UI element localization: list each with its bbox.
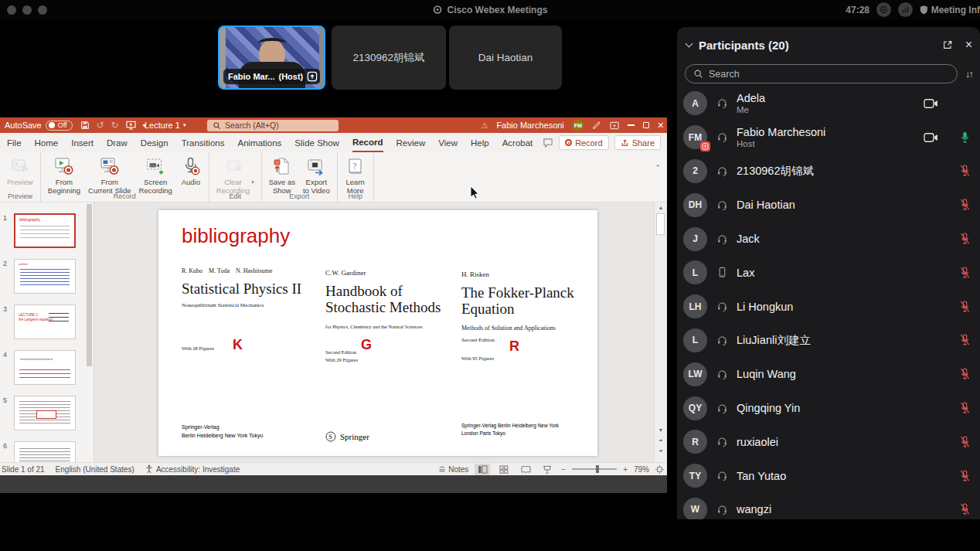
minimize-icon[interactable] (628, 124, 635, 126)
mic-muted-icon[interactable] (959, 402, 971, 414)
participants-search-box[interactable] (685, 64, 958, 83)
mic-muted-icon[interactable] (959, 470, 971, 482)
menu-tab[interactable]: Acrobat (502, 133, 533, 152)
ribbon-button[interactable]: Export to Video▾ (301, 155, 332, 197)
collapse-panel-icon[interactable] (686, 40, 693, 48)
redo-icon[interactable]: ↻ (111, 120, 119, 131)
zoom-level[interactable]: 79% (634, 465, 649, 474)
save-icon[interactable] (80, 121, 90, 130)
zoom-out-button[interactable]: − (561, 465, 566, 474)
participant-row[interactable]: LH Li Hongkun (677, 290, 980, 324)
participant-row[interactable]: A Adela Me (677, 87, 980, 121)
connection-quality-icon[interactable] (898, 2, 913, 17)
participant-row[interactable]: 2 2130962胡锦斌 (677, 155, 980, 189)
close-icon[interactable]: × (658, 120, 664, 131)
participant-row[interactable]: R ruxiaolei (677, 425, 980, 459)
comments-icon[interactable] (543, 138, 553, 148)
thumbnail-scrollbar[interactable] (87, 204, 92, 459)
video-tile[interactable]: Dai Haotian (449, 26, 562, 90)
sort-participants-icon[interactable]: ↓↑ (965, 68, 972, 80)
ribbon-button[interactable]: From Current Slide▾ (86, 155, 133, 197)
warning-icon[interactable]: ⚠ (481, 121, 488, 130)
scroll-up-icon[interactable]: ▲ (655, 202, 667, 212)
mic-muted-icon[interactable] (959, 436, 971, 448)
video-tile-active-speaker[interactable]: Fabio Mar... (Host) (218, 26, 325, 90)
menu-tab[interactable]: Design (141, 133, 168, 152)
popout-panel-icon[interactable] (942, 39, 953, 50)
participant-row[interactable]: QY Qingqing Yin (677, 391, 980, 425)
slide-title[interactable]: bibliography (182, 224, 290, 248)
ribbon-button[interactable]: ? Learn More▾ (342, 155, 369, 197)
video-tile[interactable]: 2130962胡锦斌 (332, 26, 446, 90)
slideshow-view-button[interactable] (539, 464, 555, 475)
menu-tab[interactable]: View (438, 133, 458, 152)
mic-muted-icon[interactable] (959, 233, 971, 245)
ribbon-button[interactable]: Screen Recording▾ (137, 155, 175, 197)
slide-thumbnail[interactable]: 4 (3, 350, 90, 385)
ribbon-button[interactable]: Clear Recording▾ (214, 155, 257, 197)
participant-row[interactable]: W wangzi (677, 493, 980, 519)
menu-tab[interactable]: Transitions (182, 133, 225, 152)
close-window-button[interactable] (7, 5, 16, 15)
account-avatar[interactable]: FM (573, 120, 584, 131)
document-title[interactable]: Lecture 1 ▾ (145, 121, 185, 130)
collapse-ribbon-icon[interactable]: ⌃ (655, 164, 661, 172)
scrollbar-thumb[interactable] (656, 213, 665, 235)
menu-tab[interactable]: Help (471, 133, 489, 152)
restore-icon[interactable] (643, 122, 649, 128)
menu-tab[interactable]: Record (352, 133, 383, 152)
mic-muted-icon[interactable] (959, 165, 971, 177)
autosave-toggle[interactable]: AutoSave Off (5, 121, 73, 131)
normal-view-button[interactable] (475, 464, 490, 475)
notes-button[interactable]: Notes (438, 465, 468, 474)
inking-pen-icon[interactable] (592, 121, 601, 130)
participant-row[interactable]: TY Tan Yutao (677, 459, 980, 493)
participant-row[interactable]: L LiuJianli刘建立 (677, 324, 980, 358)
mic-muted-icon[interactable] (959, 199, 971, 211)
zoom-window-button[interactable] (38, 5, 47, 15)
menu-tab[interactable]: Home (35, 133, 59, 152)
participant-row[interactable]: J Jack (677, 222, 980, 256)
zoom-in-button[interactable]: + (623, 465, 628, 474)
recording-indicator-icon[interactable] (876, 2, 891, 17)
menu-tab[interactable]: Insert (71, 133, 94, 152)
search-input[interactable] (225, 121, 318, 130)
menu-tab[interactable]: Review (396, 133, 426, 152)
zoom-slider-thumb[interactable] (596, 465, 599, 473)
ppt-search-box[interactable] (207, 120, 339, 131)
window-controls[interactable] (7, 5, 47, 15)
slide-editing-area[interactable]: bibliography R. Kubo M. Toda N. Hashitsu… (94, 202, 653, 462)
participant-row[interactable]: DH Dai Haotian (677, 188, 980, 222)
mic-muted-icon[interactable] (959, 368, 971, 380)
account-name[interactable]: Fabio Marchesoni (496, 121, 563, 130)
ribbon-button[interactable]: Preview▾ (5, 155, 36, 188)
slide-sorter-view-button[interactable] (496, 464, 512, 475)
meeting-info-button[interactable]: Meeting Inf (920, 5, 980, 15)
mic-on-icon[interactable] (959, 131, 971, 144)
start-slideshow-icon[interactable] (126, 121, 136, 130)
share-button[interactable]: Share (614, 135, 661, 150)
reading-view-button[interactable] (518, 464, 533, 475)
mic-muted-icon[interactable] (959, 301, 971, 313)
scroll-down-icon[interactable]: ▼ (655, 425, 667, 434)
slide-scrollbar[interactable]: ▲ ▼ ⏶ ⏷ (654, 202, 666, 462)
minimize-window-button[interactable] (22, 5, 32, 15)
mic-muted-icon[interactable] (959, 334, 971, 346)
menu-tab[interactable]: Slide Show (294, 133, 339, 152)
slide-thumbnail[interactable]: 3 LECTURE 1 the Langevin equation (3, 304, 90, 339)
ribbon-button[interactable]: Save as Show▾ (267, 155, 298, 197)
next-slide-icon[interactable]: ⏷ (655, 447, 667, 456)
participants-search-input[interactable] (709, 69, 949, 80)
previous-slide-icon[interactable]: ⏶ (655, 436, 667, 445)
slide-thumbnail[interactable]: 5 (3, 396, 90, 430)
ribbon-button[interactable]: Audio▾ (178, 155, 204, 197)
slide[interactable]: bibliography R. Kubo M. Toda N. Hashitsu… (158, 210, 597, 456)
accessibility-status[interactable]: Accessibility: Investigate (145, 464, 240, 474)
menu-tab[interactable]: Draw (107, 133, 128, 152)
participant-row[interactable]: L Lax (677, 256, 980, 290)
zoom-slider[interactable] (572, 468, 617, 470)
language-status[interactable]: English (United States) (56, 465, 134, 474)
undo-icon[interactable]: ↺ (97, 120, 104, 131)
fit-to-window-icon[interactable] (655, 465, 664, 474)
slide-thumbnail[interactable]: 6 (3, 441, 90, 462)
